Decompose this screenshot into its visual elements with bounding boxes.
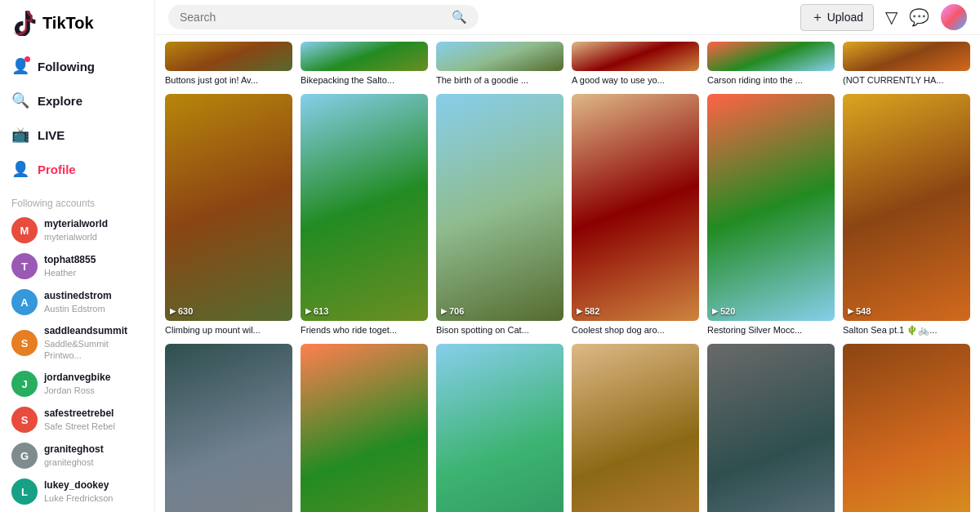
account-info-myterialworld: myterialworld myterialworld	[44, 218, 108, 243]
video-card-2[interactable]: Bikepacking the Salto...	[301, 42, 428, 86]
video-card-4[interactable]: A good way to use yo...	[572, 42, 699, 86]
tiktok-logo-icon	[11, 10, 38, 36]
play-count-7: ▶630	[170, 306, 193, 316]
account-display-lukey_dookey: Luke Fredrickson	[44, 492, 113, 504]
following-account-tophat8855[interactable]: T tophat8855 Heather	[0, 248, 154, 284]
video-thumb-1	[165, 42, 292, 71]
profile-icon: 👤	[11, 160, 29, 178]
account-avatar-jordanvegbike: J	[11, 371, 38, 397]
video-card-5[interactable]: Carson riding into the ...	[707, 42, 835, 86]
upload-button[interactable]: ＋ Upload	[800, 4, 874, 31]
account-avatar-myterialworld: M	[11, 217, 38, 243]
video-thumb-13: ▶5.7M	[165, 344, 292, 512]
live-label: LIVE	[38, 128, 65, 142]
logo-text: TikTok	[42, 14, 94, 33]
video-thumb-16: ▶574	[572, 344, 699, 512]
play-count-11: ▶520	[712, 306, 735, 316]
video-card-15[interactable]: ▶452 Bikepacking the Salto...	[436, 344, 564, 512]
nav-following[interactable]: 👤 Following	[0, 49, 154, 83]
account-username-myterialworld: myterialworld	[44, 218, 108, 231]
account-info-graniteghost: graniteghost graniteghost	[44, 443, 104, 468]
video-card-8[interactable]: ▶613 Friends who ride toget...	[301, 94, 428, 336]
account-info-austinedstrom: austinedstrom Austin Edstrom	[44, 290, 112, 314]
account-avatar-austinedstrom: A	[11, 289, 38, 315]
account-username-lukey_dookey: lukey_dookey	[44, 479, 113, 492]
following-account-myterialworld[interactable]: M myterialworld myterialworld	[0, 212, 154, 248]
video-card-7[interactable]: ▶630 Climbing up mount wil...	[165, 94, 292, 336]
messages-icon[interactable]: 💬	[909, 7, 929, 27]
following-account-saddleandsummit[interactable]: S saddleandsummit Saddle&Summit Printwo.…	[0, 320, 154, 366]
account-avatar-graniteghost: G	[11, 443, 38, 469]
video-thumb-15: ▶452	[436, 344, 564, 512]
video-title-9: Bison spotting on Cat...	[436, 324, 564, 336]
nav-live[interactable]: 📺 LIVE	[0, 118, 154, 152]
account-avatar-saddleandsummit: S	[11, 330, 38, 356]
video-title-1: Buttons just got in! Av...	[165, 74, 292, 86]
video-card-9[interactable]: ▶706 Bison spotting on Cat...	[436, 94, 564, 336]
video-grid: Buttons just got in! Av... Bikepacking t…	[165, 42, 970, 512]
video-title-12: Salton Sea pt.1 🌵🚲...	[843, 324, 970, 336]
video-card-17[interactable]: ▶500 Nice job everyone! 😍 ...	[707, 344, 835, 512]
account-display-safestreetrebel: Safe Street Rebel	[44, 421, 115, 432]
following-accounts-label: Following accounts	[0, 189, 154, 212]
play-count-10: ▶582	[577, 306, 599, 316]
video-title-5: Carson riding into the ...	[707, 74, 835, 86]
video-thumb-11: ▶520	[707, 94, 835, 320]
video-thumb-17: ▶500	[707, 344, 835, 512]
explore-label: Explore	[38, 94, 82, 108]
following-accounts-list: M myterialworld myterialworld T tophat88…	[0, 212, 154, 512]
video-title-3: The birth of a goodie ...	[436, 74, 564, 86]
video-card-13[interactable]: ▶5.7M Mighty seam sealer ...	[165, 344, 292, 512]
video-title-6: (NOT CURRENTLY HA...	[843, 74, 970, 86]
video-thumb-2	[301, 42, 428, 71]
following-account-jordanvegbike[interactable]: J jordanvegbike Jordan Ross	[0, 366, 154, 402]
video-card-18[interactable]: ▶543 Our CNC machine har...	[843, 344, 970, 512]
video-thumb-8: ▶613	[301, 94, 428, 320]
account-username-tophat8855: tophat8855	[44, 254, 96, 267]
account-avatar-lukey_dookey: L	[11, 479, 38, 505]
video-card-1[interactable]: Buttons just got in! Av...	[165, 42, 292, 86]
account-username-austinedstrom: austinedstrom	[44, 290, 112, 303]
video-card-16[interactable]: ▶574 So fast, so smooth 🖨️...	[572, 344, 699, 512]
header: 🔍 ＋ Upload ▽ 💬	[155, 0, 980, 35]
following-label: Following	[38, 60, 95, 73]
video-title-7: Climbing up mount wil...	[165, 324, 292, 336]
search-bar[interactable]: 🔍	[168, 5, 479, 29]
video-card-10[interactable]: ▶582 Coolest shop dog aro...	[572, 94, 699, 336]
search-icon[interactable]: 🔍	[452, 10, 467, 24]
account-avatar-tophat8855: T	[11, 253, 38, 279]
logo-area[interactable]: TikTok	[0, 0, 154, 46]
nav-explore[interactable]: 🔍 Explore	[0, 83, 154, 118]
video-title-11: Restoring Silver Mocc...	[707, 324, 835, 336]
search-input[interactable]	[180, 11, 445, 24]
nav-items: 👤 Following 🔍 Explore 📺 LIVE 👤 Profile	[0, 46, 154, 189]
account-display-saddleandsummit: Saddle&Summit Printwo...	[44, 338, 143, 362]
video-content: Buttons just got in! Av... Bikepacking t…	[155, 35, 980, 512]
nav-profile[interactable]: 👤 Profile	[0, 152, 154, 186]
video-thumb-14: ▶478	[301, 344, 428, 512]
video-card-3[interactable]: The birth of a goodie ...	[436, 42, 564, 86]
video-title-10: Coolest shop dog aro...	[572, 324, 699, 336]
following-account-lukey_dookey[interactable]: L lukey_dookey Luke Fredrickson	[0, 474, 154, 510]
play-count-12: ▶548	[848, 306, 871, 316]
main-content: 🔍 ＋ Upload ▽ 💬 Buttons just got in! Av..…	[155, 0, 980, 512]
video-thumb-6	[843, 42, 970, 71]
following-account-graniteghost[interactable]: G graniteghost graniteghost	[0, 438, 154, 474]
following-account-austinedstrom[interactable]: A austinedstrom Austin Edstrom	[0, 284, 154, 320]
video-thumb-10: ▶582	[572, 94, 699, 320]
following-account-safestreetrebel[interactable]: S safestreetrebel Safe Street Rebel	[0, 402, 154, 438]
account-info-lukey_dookey: lukey_dookey Luke Fredrickson	[44, 479, 113, 504]
account-info-jordanvegbike: jordanvegbike Jordan Ross	[44, 372, 110, 396]
play-count-8: ▶613	[305, 306, 328, 316]
video-card-12[interactable]: ▶548 Salton Sea pt.1 🌵🚲...	[843, 94, 970, 336]
account-username-graniteghost: graniteghost	[44, 443, 104, 456]
account-display-graniteghost: graniteghost	[44, 456, 104, 468]
account-display-jordanvegbike: Jordan Ross	[44, 385, 110, 396]
video-card-14[interactable]: ▶478 Skip riding down Eleys...	[301, 344, 428, 512]
user-avatar[interactable]	[941, 4, 967, 30]
video-card-11[interactable]: ▶520 Restoring Silver Mocc...	[707, 94, 835, 336]
video-card-6[interactable]: (NOT CURRENTLY HA...	[843, 42, 970, 86]
account-username-jordanvegbike: jordanvegbike	[44, 372, 110, 385]
filter-icon[interactable]: ▽	[885, 7, 898, 27]
account-username-safestreetrebel: safestreetrebel	[44, 407, 115, 421]
